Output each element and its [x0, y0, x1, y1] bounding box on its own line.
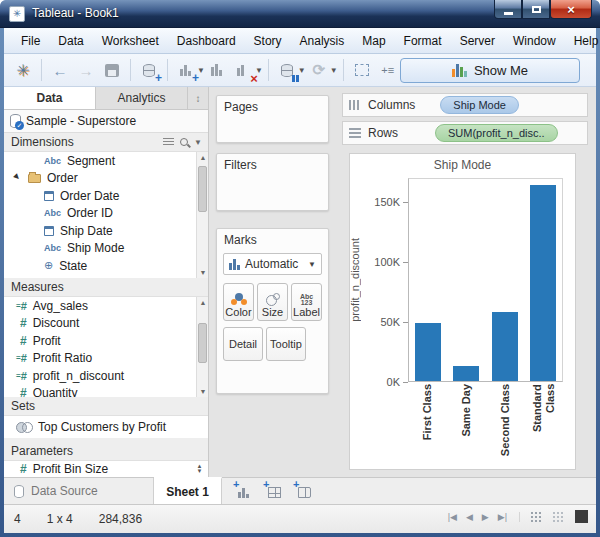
pages-card[interactable]: Pages [216, 95, 329, 143]
sort-icon[interactable]: +≡ [377, 59, 399, 81]
new-dashboard-icon[interactable] [266, 484, 282, 498]
parameters-header: Parameters [4, 442, 208, 461]
next-page-icon[interactable]: ▶ [482, 512, 489, 522]
new-worksheet-icon[interactable] [175, 59, 197, 81]
rows-pill[interactable]: SUM(profit_n_disc.. [435, 124, 558, 142]
show-me-label: Show Me [474, 63, 528, 78]
search-icon[interactable] [180, 138, 188, 146]
pause-updates-icon[interactable] [276, 59, 298, 81]
show-filmstrip-icon[interactable] [552, 511, 565, 523]
prev-page-icon[interactable]: ◀ [466, 512, 473, 522]
save-icon[interactable] [101, 59, 123, 81]
scroll-down-icon[interactable]: ▼ [197, 386, 209, 397]
mark-type-dropdown[interactable]: Automatic ▼ [223, 253, 322, 275]
dimension-state[interactable]: ⊕State [4, 257, 208, 275]
status-bar: 4 1 x 4 284,836 |◀ ◀ ▶ ▶| [4, 504, 596, 533]
pause-updates-caret-icon[interactable]: ▼ [298, 66, 306, 75]
scroll-thumb[interactable] [198, 323, 207, 363]
dimension-ship-date[interactable]: Ship Date [4, 222, 208, 240]
tooltip-button[interactable]: Tooltip [266, 327, 306, 361]
rows-shelf[interactable]: Rows SUM(profit_n_disc.. [342, 121, 588, 145]
measure-discount[interactable]: #Discount [4, 315, 208, 333]
menu-window[interactable]: Window [504, 30, 565, 52]
spinner-control[interactable]: ▲▼ [193, 464, 206, 474]
refresh-caret-icon[interactable]: ▼ [330, 66, 338, 75]
scroll-up-icon[interactable]: ▲ [197, 297, 209, 308]
last-page-icon[interactable]: ▶| [498, 512, 507, 522]
size-button[interactable]: Size [257, 283, 288, 321]
swap-axes-icon[interactable] [351, 59, 373, 81]
columns-shelf[interactable]: Columns Ship Mode [342, 93, 588, 117]
maximize-button[interactable] [522, 0, 550, 19]
sheet1-tab[interactable]: Sheet 1 [154, 477, 222, 504]
scroll-down-icon[interactable]: ▼ [197, 267, 209, 278]
dimension-ship-mode[interactable]: AbcShip Mode [4, 240, 208, 258]
spin-down-icon[interactable]: ▼ [197, 469, 203, 474]
undo-icon[interactable]: ← [49, 59, 71, 81]
x-axis: First Class Same Day Second Class Standa… [408, 384, 563, 466]
show-me-button[interactable]: Show Me [400, 58, 580, 83]
pane-expander-icon[interactable]: ↕ [188, 87, 208, 109]
menu-help[interactable]: Help [565, 30, 600, 52]
measure-quantity[interactable]: #Quantity [4, 385, 208, 398]
title-bar[interactable]: ✳ Tableau - Book1 × [0, 0, 600, 28]
menu-server[interactable]: Server [451, 30, 504, 52]
menu-format[interactable]: Format [395, 30, 451, 52]
tableau-logo-icon[interactable]: ✳ [12, 59, 34, 81]
y-tick-label: 0K [368, 376, 400, 388]
columns-pill[interactable]: Ship Mode [440, 96, 519, 114]
detail-button[interactable]: Detail [223, 327, 263, 361]
parameter-profit-bin-size[interactable]: # Profit Bin Size ▲▼ [4, 461, 208, 477]
bar-first-class[interactable] [415, 323, 441, 381]
measure-profit-ratio[interactable]: =#Profit Ratio [4, 350, 208, 368]
presentation-mode-icon[interactable] [575, 510, 588, 523]
new-worksheet-tab-icon[interactable] [236, 484, 252, 498]
bar-same-day[interactable] [453, 366, 479, 381]
measures-scrollbar[interactable]: ▲ ▼ [196, 297, 208, 397]
new-story-icon[interactable] [296, 484, 312, 498]
menu-analysis[interactable]: Analysis [291, 30, 354, 52]
chart: Ship Mode profit_n_discount 0K 50K 100K … [349, 153, 576, 470]
sheet-area: Columns Ship Mode Rows SUM(profit_n_disc… [339, 87, 596, 477]
dimension-order-folder[interactable]: ▶Order [4, 170, 208, 188]
scroll-thumb[interactable] [198, 166, 207, 212]
menu-map[interactable]: Map [353, 30, 394, 52]
data-source-tab[interactable]: Data Source [4, 478, 154, 504]
menu-dashboard[interactable]: Dashboard [168, 30, 245, 52]
duplicate-sheet-icon[interactable] [207, 59, 229, 81]
dimension-order-date[interactable]: Order Date [4, 187, 208, 205]
tab-data[interactable]: Data [4, 87, 96, 109]
set-top-customers[interactable]: Top Customers by Profit [4, 416, 208, 438]
expander-icon[interactable]: ▶ [12, 173, 23, 184]
view-list-icon[interactable] [163, 138, 174, 147]
scroll-up-icon[interactable]: ▲ [197, 152, 209, 163]
show-sheets-grid-icon[interactable] [530, 511, 542, 523]
measure-profit[interactable]: #Profit [4, 332, 208, 350]
label-button[interactable]: Abc123Label [291, 283, 322, 321]
measure-avg-sales[interactable]: =#Avg_sales [4, 297, 208, 315]
menu-story[interactable]: Story [245, 30, 291, 52]
filters-card[interactable]: Filters [216, 153, 329, 211]
bar-standard-class[interactable] [530, 185, 556, 381]
add-data-icon[interactable] [138, 59, 160, 81]
menu-worksheet[interactable]: Worksheet [93, 30, 168, 52]
clear-sheet-icon[interactable] [233, 59, 255, 81]
redo-icon[interactable]: → [75, 59, 97, 81]
color-button[interactable]: Color [223, 283, 254, 321]
dimensions-header: Dimensions ▼ [4, 133, 208, 152]
dimension-order-id[interactable]: AbcOrder ID [4, 205, 208, 223]
tab-analytics[interactable]: Analytics [96, 87, 188, 109]
measure-profit-n-discount[interactable]: =#profit_n_discount [4, 367, 208, 385]
dimension-segment[interactable]: AbcSegment [4, 152, 208, 170]
minimize-button[interactable] [494, 0, 522, 19]
menu-data[interactable]: Data [49, 30, 92, 52]
bar-second-class[interactable] [492, 312, 518, 381]
datasource-label: Sample - Superstore [26, 114, 136, 128]
dimensions-scrollbar[interactable]: ▲ ▼ [196, 152, 208, 278]
first-page-icon[interactable]: |◀ [448, 512, 457, 522]
refresh-icon[interactable]: ⟳ [308, 59, 330, 81]
close-button[interactable]: × [550, 0, 592, 19]
dimensions-menu-caret-icon[interactable]: ▼ [194, 138, 202, 147]
datasource-item[interactable]: Sample - Superstore [4, 110, 208, 133]
menu-file[interactable]: File [12, 30, 49, 52]
